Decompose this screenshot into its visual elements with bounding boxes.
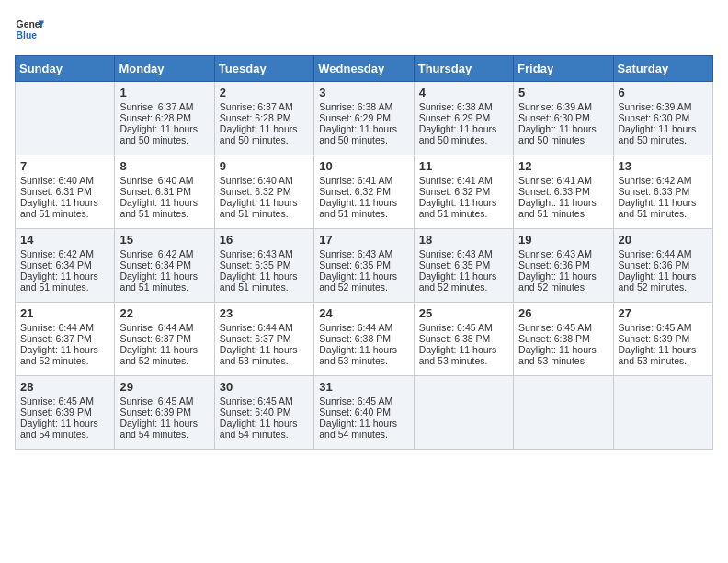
sunset-text: Sunset: 6:32 PM — [419, 186, 508, 197]
calendar-cell: 30Sunrise: 6:45 AMSunset: 6:40 PMDayligh… — [214, 376, 313, 450]
daylight-text: Daylight: 11 hours and 51 minutes. — [220, 270, 309, 293]
sunrise-text: Sunrise: 6:38 AM — [419, 101, 508, 112]
sunset-text: Sunset: 6:35 PM — [419, 259, 508, 270]
daylight-text: Daylight: 11 hours and 53 minutes. — [419, 344, 508, 366]
day-number: 8 — [119, 159, 209, 173]
col-header-monday: Monday — [115, 56, 214, 82]
sunset-text: Sunset: 6:40 PM — [220, 407, 309, 418]
calendar-cell: 14Sunrise: 6:42 AMSunset: 6:34 PMDayligh… — [16, 229, 115, 303]
daylight-text: Daylight: 11 hours and 54 minutes. — [20, 418, 109, 440]
calendar-cell: 3Sunrise: 6:38 AMSunset: 6:29 PMDaylight… — [314, 82, 414, 155]
calendar-cell: 28Sunrise: 6:45 AMSunset: 6:39 PMDayligh… — [16, 376, 115, 450]
sunrise-text: Sunrise: 6:45 AM — [518, 322, 608, 333]
calendar-cell: 15Sunrise: 6:42 AMSunset: 6:34 PMDayligh… — [115, 229, 214, 303]
day-number: 26 — [518, 306, 608, 320]
col-header-saturday: Saturday — [613, 56, 712, 82]
col-header-sunday: Sunday — [16, 56, 115, 82]
daylight-text: Daylight: 11 hours and 51 minutes. — [20, 197, 109, 219]
sunset-text: Sunset: 6:29 PM — [419, 112, 508, 123]
sunrise-text: Sunrise: 6:43 AM — [419, 248, 508, 259]
calendar-week-row: 7Sunrise: 6:40 AMSunset: 6:31 PMDaylight… — [16, 155, 713, 229]
col-header-friday: Friday — [514, 56, 613, 82]
daylight-text: Daylight: 11 hours and 50 minutes. — [119, 123, 209, 145]
sunset-text: Sunset: 6:36 PM — [619, 259, 708, 270]
daylight-text: Daylight: 11 hours and 51 minutes. — [419, 197, 508, 219]
sunset-text: Sunset: 6:39 PM — [619, 333, 708, 344]
sunset-text: Sunset: 6:34 PM — [20, 259, 109, 270]
calendar-cell: 21Sunrise: 6:44 AMSunset: 6:37 PMDayligh… — [16, 303, 115, 376]
daylight-text: Daylight: 11 hours and 50 minutes. — [220, 123, 309, 145]
daylight-text: Daylight: 11 hours and 50 minutes. — [319, 123, 408, 145]
daylight-text: Daylight: 11 hours and 52 minutes. — [619, 270, 708, 293]
sunset-text: Sunset: 6:28 PM — [119, 112, 209, 123]
daylight-text: Daylight: 11 hours and 53 minutes. — [319, 344, 408, 366]
sunset-text: Sunset: 6:35 PM — [319, 259, 408, 270]
sunrise-text: Sunrise: 6:43 AM — [518, 248, 608, 259]
calendar-week-row: 14Sunrise: 6:42 AMSunset: 6:34 PMDayligh… — [16, 229, 713, 303]
day-number: 14 — [20, 233, 109, 247]
sunset-text: Sunset: 6:31 PM — [20, 186, 109, 197]
daylight-text: Daylight: 11 hours and 52 minutes. — [20, 344, 109, 366]
calendar-cell: 6Sunrise: 6:39 AMSunset: 6:30 PMDaylight… — [613, 82, 712, 155]
sunrise-text: Sunrise: 6:39 AM — [619, 101, 708, 112]
sunset-text: Sunset: 6:37 PM — [119, 333, 209, 344]
sunset-text: Sunset: 6:38 PM — [319, 333, 408, 344]
day-number: 1 — [119, 86, 209, 99]
sunrise-text: Sunrise: 6:40 AM — [220, 175, 309, 186]
calendar-cell: 17Sunrise: 6:43 AMSunset: 6:35 PMDayligh… — [314, 229, 414, 303]
sunrise-text: Sunrise: 6:40 AM — [20, 175, 109, 186]
daylight-text: Daylight: 11 hours and 51 minutes. — [20, 270, 109, 293]
sunset-text: Sunset: 6:33 PM — [518, 186, 608, 197]
day-number: 20 — [619, 233, 708, 247]
sunset-text: Sunset: 6:32 PM — [220, 186, 309, 197]
calendar-cell: 10Sunrise: 6:41 AMSunset: 6:32 PMDayligh… — [314, 155, 414, 229]
calendar-week-row: 28Sunrise: 6:45 AMSunset: 6:39 PMDayligh… — [16, 376, 713, 450]
calendar-cell — [414, 376, 513, 450]
sunrise-text: Sunrise: 6:40 AM — [119, 175, 209, 186]
sunset-text: Sunset: 6:33 PM — [619, 186, 708, 197]
calendar-cell: 20Sunrise: 6:44 AMSunset: 6:36 PMDayligh… — [613, 229, 712, 303]
day-number: 22 — [119, 306, 209, 320]
day-number: 11 — [419, 159, 508, 173]
calendar-table: SundayMondayTuesdayWednesdayThursdayFrid… — [15, 55, 713, 450]
day-number: 7 — [20, 159, 109, 173]
sunrise-text: Sunrise: 6:41 AM — [319, 175, 408, 186]
daylight-text: Daylight: 11 hours and 53 minutes. — [220, 344, 309, 366]
calendar-cell: 29Sunrise: 6:45 AMSunset: 6:39 PMDayligh… — [115, 376, 214, 450]
day-number: 6 — [619, 86, 708, 99]
daylight-text: Daylight: 11 hours and 52 minutes. — [518, 270, 608, 293]
day-number: 12 — [518, 159, 608, 173]
sunrise-text: Sunrise: 6:38 AM — [319, 101, 408, 112]
calendar-week-row: 21Sunrise: 6:44 AMSunset: 6:37 PMDayligh… — [16, 303, 713, 376]
daylight-text: Daylight: 11 hours and 52 minutes. — [419, 270, 508, 293]
sunrise-text: Sunrise: 6:39 AM — [518, 101, 608, 112]
calendar-cell: 22Sunrise: 6:44 AMSunset: 6:37 PMDayligh… — [115, 303, 214, 376]
calendar-cell: 19Sunrise: 6:43 AMSunset: 6:36 PMDayligh… — [514, 229, 613, 303]
day-number: 24 — [319, 306, 408, 320]
calendar-cell: 27Sunrise: 6:45 AMSunset: 6:39 PMDayligh… — [613, 303, 712, 376]
day-number: 29 — [119, 380, 209, 394]
sunset-text: Sunset: 6:31 PM — [119, 186, 209, 197]
col-header-tuesday: Tuesday — [214, 56, 313, 82]
sunset-text: Sunset: 6:37 PM — [20, 333, 109, 344]
day-number: 9 — [220, 159, 309, 173]
daylight-text: Daylight: 11 hours and 50 minutes. — [619, 123, 708, 145]
calendar-cell: 18Sunrise: 6:43 AMSunset: 6:35 PMDayligh… — [414, 229, 513, 303]
daylight-text: Daylight: 11 hours and 50 minutes. — [419, 123, 508, 145]
daylight-text: Daylight: 11 hours and 51 minutes. — [119, 270, 209, 293]
sunset-text: Sunset: 6:36 PM — [518, 259, 608, 270]
sunset-text: Sunset: 6:29 PM — [319, 112, 408, 123]
sunset-text: Sunset: 6:38 PM — [419, 333, 508, 344]
col-header-thursday: Thursday — [414, 56, 513, 82]
daylight-text: Daylight: 11 hours and 50 minutes. — [518, 123, 608, 145]
sunset-text: Sunset: 6:30 PM — [619, 112, 708, 123]
calendar-cell: 11Sunrise: 6:41 AMSunset: 6:32 PMDayligh… — [414, 155, 513, 229]
day-number: 30 — [220, 380, 309, 394]
daylight-text: Daylight: 11 hours and 52 minutes. — [319, 270, 408, 293]
calendar-cell: 4Sunrise: 6:38 AMSunset: 6:29 PMDaylight… — [414, 82, 513, 155]
sunrise-text: Sunrise: 6:43 AM — [319, 248, 408, 259]
daylight-text: Daylight: 11 hours and 53 minutes. — [619, 344, 708, 366]
sunrise-text: Sunrise: 6:43 AM — [220, 248, 309, 259]
daylight-text: Daylight: 11 hours and 53 minutes. — [518, 344, 608, 366]
calendar-cell: 16Sunrise: 6:43 AMSunset: 6:35 PMDayligh… — [214, 229, 313, 303]
